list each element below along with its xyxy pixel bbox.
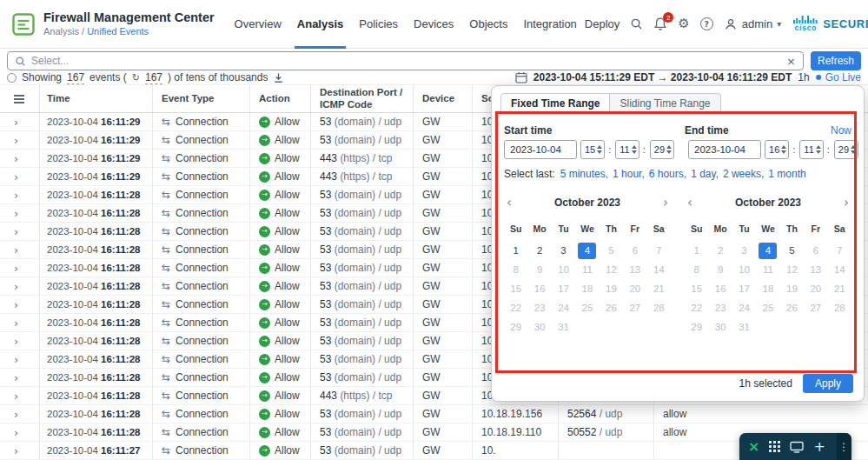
cell-expand[interactable]: ›	[0, 223, 40, 240]
calendar-day-14[interactable]: 14	[828, 260, 851, 279]
column-header-action[interactable]: Action	[250, 85, 311, 112]
calendar-day-15[interactable]: 15	[504, 279, 527, 298]
calendar-day-9[interactable]: 9	[527, 260, 551, 279]
next-month-icon[interactable]: ›	[663, 197, 668, 210]
calendar-day-17[interactable]: 17	[732, 279, 756, 298]
download-icon[interactable]	[273, 72, 284, 83]
stepper-arrows[interactable]	[781, 145, 786, 154]
calendar-day-8[interactable]: 8	[504, 260, 527, 279]
apply-button[interactable]: Apply	[803, 374, 853, 393]
calendar-day-29[interactable]: 29	[504, 317, 527, 337]
clear-icon[interactable]: ×	[786, 56, 796, 67]
stepper-arrows[interactable]	[632, 145, 637, 154]
calendar-day-18[interactable]: 18	[756, 279, 779, 298]
calendar-day-1[interactable]: 1	[504, 241, 527, 260]
calendar-day-2[interactable]: 2	[527, 241, 551, 260]
calendar-day-6[interactable]: 6	[623, 241, 646, 260]
calendar-day-21[interactable]: 21	[828, 279, 851, 298]
close-icon[interactable]: ×	[748, 440, 759, 454]
cell-expand[interactable]: ›	[0, 387, 40, 404]
cell-expand[interactable]: ›	[0, 314, 40, 331]
cell-expand[interactable]: ›	[0, 259, 40, 277]
search-input[interactable]	[31, 55, 781, 67]
calendar-day-13[interactable]: 13	[804, 260, 827, 279]
calendar-day-29[interactable]: 29	[685, 317, 708, 337]
cell-expand[interactable]: ›	[0, 350, 40, 368]
calendar-day-1[interactable]: 1	[685, 241, 708, 260]
cell-expand[interactable]: ›	[0, 186, 40, 203]
calendar-day-12[interactable]: 12	[600, 260, 623, 279]
calendar-day-30[interactable]: 30	[708, 317, 732, 337]
calendar-day-26[interactable]: 26	[600, 298, 623, 317]
end-hour-stepper[interactable]: 16	[765, 140, 789, 159]
calendar-day-11[interactable]: 11	[575, 260, 599, 279]
calendar-day-10[interactable]: 10	[732, 260, 756, 279]
calendar-day-16[interactable]: 16	[708, 279, 732, 298]
calendar-day-26[interactable]: 26	[780, 298, 804, 317]
notifications-button[interactable]: 2	[653, 17, 667, 31]
calendar-day-25[interactable]: 25	[575, 298, 599, 317]
help-icon[interactable]: ?	[700, 17, 713, 30]
calendar-day-28[interactable]: 28	[828, 298, 851, 317]
go-live-button[interactable]: ● Go Live	[816, 71, 861, 83]
calendar-day-4[interactable]: 4	[759, 243, 777, 259]
table-row[interactable]: ›2023-10-04 16:11:27⇆Connection→Allow53 …	[0, 442, 868, 460]
end-date-input[interactable]: 2023-10-04	[688, 140, 761, 159]
calendar-day-3[interactable]: 3	[552, 241, 575, 260]
column-header-event-type[interactable]: Event Type	[153, 85, 250, 112]
start-date-input[interactable]: 2023-10-04	[504, 140, 577, 159]
calendar-day-20[interactable]: 20	[623, 279, 646, 298]
calendar-day-13[interactable]: 13	[623, 260, 646, 279]
cell-expand[interactable]: ›	[0, 332, 40, 350]
prev-month-icon[interactable]: ‹	[687, 197, 692, 210]
preset-6-hours[interactable]: 6 hours,	[649, 168, 686, 180]
calendar-day-24[interactable]: 24	[552, 298, 575, 317]
plus-icon[interactable]: +	[813, 440, 825, 454]
calendar-day-31[interactable]: 31	[732, 317, 756, 337]
event-filter-box[interactable]: ×	[7, 51, 804, 70]
nav-item-policies[interactable]: Policies	[351, 0, 406, 49]
event-count-total[interactable]: 167	[67, 71, 84, 84]
deploy-button[interactable]: Deploy	[585, 17, 620, 30]
calendar-day-7[interactable]: 7	[647, 241, 671, 260]
preset-1-day[interactable]: 1 day,	[691, 168, 719, 180]
start-minute-stepper[interactable]: 11	[615, 140, 639, 159]
gear-icon[interactable]: ⚙	[678, 17, 689, 30]
calendar-day-16[interactable]: 16	[527, 279, 551, 298]
cell-expand[interactable]: ›	[0, 369, 40, 386]
stepper-arrows[interactable]	[816, 145, 821, 154]
calendar-day-27[interactable]: 27	[623, 298, 646, 317]
calendar-day-12[interactable]: 12	[780, 260, 804, 279]
start-second-stepper[interactable]: 29	[650, 140, 674, 159]
calendar-day-22[interactable]: 22	[685, 298, 708, 317]
nav-item-overview[interactable]: Overview	[227, 0, 289, 49]
share-screen-icon[interactable]	[790, 441, 804, 453]
prev-month-icon[interactable]: ‹	[507, 197, 512, 210]
calendar-day-19[interactable]: 19	[600, 279, 623, 298]
cell-expand[interactable]: ›	[0, 241, 40, 258]
cell-expand[interactable]: ›	[0, 277, 40, 295]
calendar-day-6[interactable]: 6	[804, 241, 827, 260]
start-hour-stepper[interactable]: 15	[580, 140, 605, 159]
calendar-day-11[interactable]: 11	[756, 260, 779, 279]
cell-expand[interactable]: ›	[0, 150, 40, 167]
cell-expand[interactable]: ›	[0, 405, 40, 423]
floating-toolbar[interactable]: × + ⋮	[739, 433, 851, 460]
column-header-time[interactable]: Time	[40, 85, 153, 112]
calendar-day-23[interactable]: 23	[527, 298, 551, 317]
calendar-day-18[interactable]: 18	[575, 279, 599, 298]
preset-2-weeks[interactable]: 2 weeks,	[723, 168, 764, 180]
cell-expand[interactable]: ›	[0, 204, 40, 222]
calendar-day-19[interactable]: 19	[780, 279, 804, 298]
breadcrumb-current[interactable]: Unified Events	[87, 26, 149, 37]
calendar-day-7[interactable]: 7	[828, 241, 851, 260]
calendar-day-10[interactable]: 10	[552, 260, 575, 279]
tab-sliding-time-range[interactable]: Sliding Time Range	[610, 93, 720, 114]
cell-expand[interactable]: ›	[0, 131, 40, 149]
cell-expand[interactable]: ›	[0, 442, 40, 459]
nav-item-analysis[interactable]: Analysis	[289, 0, 351, 49]
calendar-day-4[interactable]: 4	[578, 243, 596, 259]
nav-item-objects[interactable]: Objects	[461, 0, 515, 49]
search-icon[interactable]	[630, 17, 643, 30]
calendar-day-24[interactable]: 24	[732, 298, 756, 317]
